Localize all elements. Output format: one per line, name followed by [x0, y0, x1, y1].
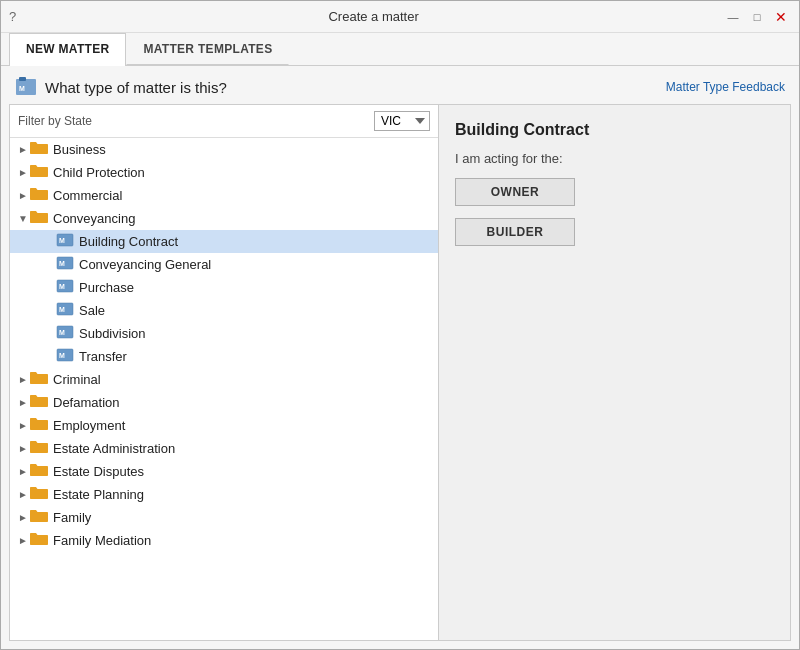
- tree-label-subdivision: Subdivision: [79, 326, 417, 341]
- tree-label-commercial: Commercial: [53, 188, 432, 203]
- left-panel: Filter by State AllACTNSWNTQLDSATASVICWA…: [9, 104, 439, 641]
- svg-text:M: M: [59, 237, 65, 244]
- panel-title: Building Contract: [455, 121, 774, 139]
- tree-label-estate-planning: Estate Planning: [53, 487, 432, 502]
- tree-label-conveyancing: Conveyancing: [53, 211, 432, 226]
- folder-icon-family-mediation: [30, 532, 48, 549]
- expand-icon-business: ►: [16, 144, 30, 155]
- tree-label-family-mediation: Family Mediation: [53, 533, 432, 548]
- expand-icon-family-mediation: ►: [16, 535, 30, 546]
- tree-label-building-contract: Building Contract: [79, 234, 417, 249]
- tree-item-estate-administration[interactable]: ► Estate Administration: [10, 437, 438, 460]
- folder-icon-employment: [30, 417, 48, 434]
- expand-icon-commercial: ►: [16, 190, 30, 201]
- folder-icon-criminal: [30, 371, 48, 388]
- header-left: M What type of matter is this?: [15, 76, 227, 98]
- tree-item-family[interactable]: ► Family: [10, 506, 438, 529]
- expand-icon-defamation: ►: [16, 397, 30, 408]
- tabs-bar: NEW MATTER MATTER TEMPLATES: [1, 33, 799, 66]
- matter-icon-transfer: M: [56, 348, 74, 365]
- expand-icon-estate-planning: ►: [16, 489, 30, 500]
- filter-label: Filter by State: [18, 114, 92, 128]
- svg-text:M: M: [59, 329, 65, 336]
- svg-text:M: M: [19, 85, 25, 92]
- tree-item-criminal[interactable]: ► Criminal: [10, 368, 438, 391]
- expand-icon-child-protection: ►: [16, 167, 30, 178]
- matter-icon: M: [15, 76, 37, 98]
- svg-text:M: M: [59, 260, 65, 267]
- folder-icon-family: [30, 509, 48, 526]
- tree-container[interactable]: ► Business► Child Protection► Commercial…: [10, 138, 438, 640]
- owner-button[interactable]: OWNER: [455, 178, 575, 206]
- tree-label-defamation: Defamation: [53, 395, 432, 410]
- svg-text:M: M: [59, 352, 65, 359]
- window-controls: — □ ✕: [723, 7, 791, 27]
- tree-item-estate-planning[interactable]: ► Estate Planning: [10, 483, 438, 506]
- tree-item-conveyancing[interactable]: ▼ Conveyancing: [10, 207, 438, 230]
- folder-icon-conveyancing: [30, 210, 48, 227]
- tree-label-criminal: Criminal: [53, 372, 432, 387]
- folder-icon-estate-disputes: [30, 463, 48, 480]
- folder-icon-commercial: [30, 187, 48, 204]
- matter-icon-building-contract: M: [56, 233, 74, 250]
- tree-label-purchase: Purchase: [79, 280, 417, 295]
- maximize-button[interactable]: □: [747, 7, 767, 27]
- tree-item-subdivision[interactable]: M Subdivision☆: [10, 322, 438, 345]
- tree-item-estate-disputes[interactable]: ► Estate Disputes: [10, 460, 438, 483]
- expand-icon-conveyancing: ▼: [16, 213, 30, 224]
- folder-icon-estate-administration: [30, 440, 48, 457]
- feedback-link[interactable]: Matter Type Feedback: [666, 80, 785, 94]
- folder-icon-defamation: [30, 394, 48, 411]
- matter-icon-subdivision: M: [56, 325, 74, 342]
- tab-matter-templates[interactable]: MATTER TEMPLATES: [126, 33, 289, 65]
- tree-label-employment: Employment: [53, 418, 432, 433]
- expand-icon-employment: ►: [16, 420, 30, 431]
- expand-icon-criminal: ►: [16, 374, 30, 385]
- tree-label-family: Family: [53, 510, 432, 525]
- svg-rect-1: [19, 77, 26, 81]
- tree-label-estate-disputes: Estate Disputes: [53, 464, 432, 479]
- close-button[interactable]: ✕: [771, 7, 791, 27]
- tree-item-sale[interactable]: M Sale☆: [10, 299, 438, 322]
- state-select[interactable]: AllACTNSWNTQLDSATASVICWA: [374, 111, 430, 131]
- tree-item-child-protection[interactable]: ► Child Protection: [10, 161, 438, 184]
- tree-label-transfer: Transfer: [79, 349, 417, 364]
- tree-label-sale: Sale: [79, 303, 417, 318]
- page-title: What type of matter is this?: [45, 79, 227, 96]
- tree-item-defamation[interactable]: ► Defamation: [10, 391, 438, 414]
- tree-label-business: Business: [53, 142, 432, 157]
- folder-icon-estate-planning: [30, 486, 48, 503]
- tree-item-transfer[interactable]: M Transfer☆: [10, 345, 438, 368]
- tree-item-employment[interactable]: ► Employment: [10, 414, 438, 437]
- window-title: Create a matter: [24, 9, 723, 24]
- builder-button[interactable]: BUILDER: [455, 218, 575, 246]
- right-panel: Building Contract I am acting for the: O…: [439, 104, 791, 641]
- minimize-button[interactable]: —: [723, 7, 743, 27]
- tree-label-estate-administration: Estate Administration: [53, 441, 432, 456]
- main-window: ? Create a matter — □ ✕ NEW MATTER MATTE…: [0, 0, 800, 650]
- tree-item-family-mediation[interactable]: ► Family Mediation: [10, 529, 438, 552]
- tree-item-commercial[interactable]: ► Commercial: [10, 184, 438, 207]
- svg-text:M: M: [59, 283, 65, 290]
- matter-icon-sale: M: [56, 302, 74, 319]
- expand-icon-estate-administration: ►: [16, 443, 30, 454]
- tree-item-purchase[interactable]: M Purchase☆: [10, 276, 438, 299]
- tree-label-child-protection: Child Protection: [53, 165, 432, 180]
- title-bar: ? Create a matter — □ ✕: [1, 1, 799, 33]
- tab-new-matter[interactable]: NEW MATTER: [9, 33, 126, 66]
- header-row: M What type of matter is this? Matter Ty…: [1, 66, 799, 104]
- folder-icon-child-protection: [30, 164, 48, 181]
- tree-item-business[interactable]: ► Business: [10, 138, 438, 161]
- tree-label-conveyancing-general: Conveyancing General: [79, 257, 417, 272]
- matter-icon-conveyancing-general: M: [56, 256, 74, 273]
- matter-icon-purchase: M: [56, 279, 74, 296]
- panel-subtitle: I am acting for the:: [455, 151, 774, 166]
- expand-icon-estate-disputes: ►: [16, 466, 30, 477]
- help-button[interactable]: ?: [9, 9, 16, 24]
- expand-icon-family: ►: [16, 512, 30, 523]
- svg-text:M: M: [59, 306, 65, 313]
- tree-item-building-contract[interactable]: M Building Contract☆: [10, 230, 438, 253]
- content-area: Filter by State AllACTNSWNTQLDSATASVICWA…: [1, 104, 799, 649]
- filter-row: Filter by State AllACTNSWNTQLDSATASVICWA: [10, 105, 438, 138]
- tree-item-conveyancing-general[interactable]: M Conveyancing General☆: [10, 253, 438, 276]
